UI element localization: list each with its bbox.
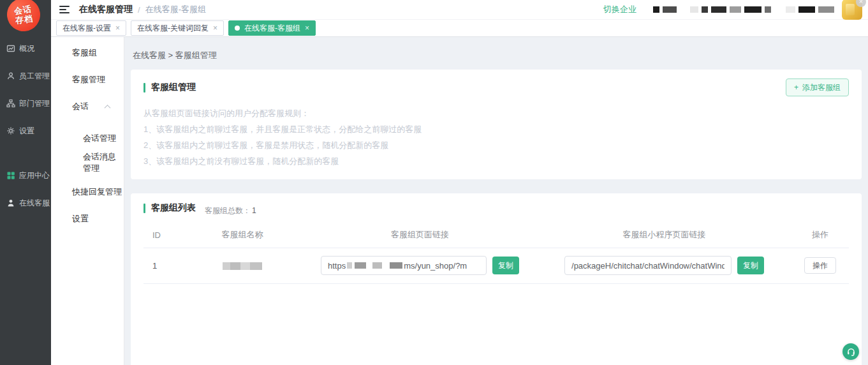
close-icon[interactable]: × [115,24,120,32]
accent-bar [143,83,145,93]
section-title: 客服组列表 [143,202,196,214]
add-service-group-button[interactable]: + 添加客服组 [786,78,849,96]
header-page-link: 客服组页面链接 [303,229,537,241]
cell-group-name [182,261,303,271]
overview-icon [6,44,15,53]
rule-line: 3、该客服组内之前没有聊过客服，随机分配新的客服 [143,153,849,169]
sidebar-item-employees[interactable]: 员工管理 [0,68,51,84]
service-group-management-card: 客服组管理 + 添加客服组 从客服组页面链接访问的用户分配客服规则： 1、该客服… [131,70,862,179]
group-total: 客服组总数：1 [205,205,256,216]
collapse-menu-icon[interactable] [59,6,70,13]
rule-line: 从客服组页面链接访问的用户分配客服规则： [143,105,849,121]
tab-bar: 在线客服-设置 × 在线客服-关键词回复 × 在线客服-客服组 × [51,20,868,37]
menu-item-quick-reply[interactable]: 快捷回复管理 [51,179,124,205]
tab-label: 在线客服-设置 [63,23,111,34]
person-icon [6,198,15,207]
help-floating-button[interactable] [842,343,859,360]
menu-item-service-management[interactable]: 客服管理 [51,66,124,93]
table-row: 1 https ms/yun_shop/?m 复制 复制 [143,248,849,284]
switch-company-link[interactable]: 切换企业 [603,4,636,15]
tab-online-service-settings[interactable]: 在线客服-设置 × [56,20,126,36]
content-breadcrumb: 在线客服 > 客服组管理 [124,37,868,70]
sidebar-item-app-center[interactable]: 应用中心 [0,168,51,183]
page-link-input[interactable]: https ms/yun_shop/?m [321,256,487,275]
page-title: 在线客服管理 [79,4,133,15]
plus-icon: + [794,83,798,92]
cell-page-link: https ms/yun_shop/?m 复制 [303,256,537,275]
header-group-name: 客服组名称 [182,229,303,241]
chevron-up-icon [105,105,111,111]
tab-label: 在线客服-客服组 [244,23,300,34]
menu-item-settings[interactable]: 设置 [51,205,124,232]
sidebar-item-online-service[interactable]: 在线客服 [0,195,51,211]
avatar-close-icon[interactable]: × [856,0,866,7]
session-submenu: 会话管理 会话消息管理 [51,120,124,179]
tab-label: 在线客服-关键词回复 [137,23,209,34]
department-icon [6,99,15,108]
sidebar-item-label: 员工管理 [19,71,50,82]
close-icon[interactable]: × [305,24,309,32]
main-content: 在线客服 > 客服组管理 客服组管理 + 添加客服组 从客服组页面链接访问的用户… [124,37,868,365]
service-group-table: ID 客服组名称 客服组页面链接 客服组小程序页面链接 操作 1 https m… [143,223,849,284]
tab-keyword-reply[interactable]: 在线客服-关键词回复 × [131,20,224,36]
miniprogram-link-input[interactable] [564,256,732,275]
apps-grid-icon [6,171,15,180]
header-id: ID [143,230,182,240]
tab-service-group[interactable]: 在线客服-客服组 × [228,20,316,36]
secondary-sidebar: 客服组 客服管理 会话 会话管理 会话消息管理 快捷回复管理 设置 [51,37,124,365]
cell-miniprogram-link: 复制 [537,256,791,275]
sidebar-item-overview[interactable]: 概况 [0,41,51,56]
sidebar-item-label: 在线客服 [19,198,50,209]
header-miniprogram-link: 客服组小程序页面链接 [537,229,791,241]
primary-sidebar: 概况 员工管理 部门管理 设置 应用中心 在线客服 [0,0,51,365]
breadcrumb-current: 在线客服-客服组 [145,4,206,15]
row-action-button[interactable]: 操作 [804,257,836,274]
menu-item-session-message-management[interactable]: 会话消息管理 [51,151,124,175]
copy-page-link-button[interactable]: 复制 [492,257,519,274]
menu-item-session-management[interactable]: 会话管理 [51,126,124,151]
copy-miniprogram-link-button[interactable]: 复制 [737,257,764,274]
top-header: 在线客服管理 / 在线客服-客服组 切换企业 × [51,0,868,20]
sidebar-item-label: 设置 [19,126,34,137]
service-group-list-card: 客服组列表 客服组总数：1 ID 客服组名称 客服组页面链接 客服组小程序页面链… [131,193,862,365]
sidebar-item-departments[interactable]: 部门管理 [0,96,51,111]
menu-item-session[interactable]: 会话 [51,93,124,120]
breadcrumb-separator: / [138,5,140,15]
redacted-company-info [653,6,834,13]
rule-line: 2、该客服组内之前聊过客服，客服是禁用状态，随机分配新的客服 [143,137,849,153]
cell-action: 操作 [791,257,849,274]
cell-id: 1 [143,261,182,271]
headset-icon [846,347,856,357]
avatar[interactable]: × [842,0,862,20]
sidebar-item-settings[interactable]: 设置 [0,123,51,138]
table-header-row: ID 客服组名称 客服组页面链接 客服组小程序页面链接 操作 [143,223,849,248]
active-dot-icon [235,26,240,31]
header-action: 操作 [791,229,849,241]
group-total-value: 1 [252,206,256,215]
redacted-group-name [223,262,262,270]
menu-item-service-group[interactable]: 客服组 [51,40,124,66]
rule-line: 1、该客服组内之前聊过客服，并且客服是正常状态，分配给之前聊过的客服 [143,121,849,137]
sidebar-item-label: 部门管理 [19,98,50,109]
accent-bar [143,204,145,213]
close-icon[interactable]: × [213,24,217,32]
employee-icon [6,71,15,80]
assignment-rules: 从客服组页面链接访问的用户分配客服规则： 1、该客服组内之前聊过客服，并且客服是… [143,105,849,169]
sidebar-item-label: 概况 [19,43,34,54]
gear-icon [6,126,15,135]
section-title: 客服组管理 [143,82,196,93]
sidebar-item-label: 应用中心 [19,170,50,181]
